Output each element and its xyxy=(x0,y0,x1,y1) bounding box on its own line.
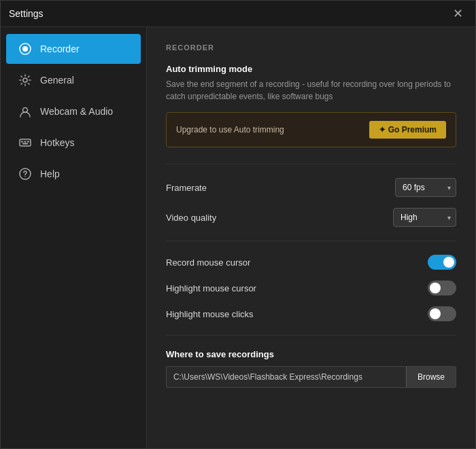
svg-rect-4 xyxy=(20,139,31,146)
sidebar-item-webcam-label: Webcam & Audio xyxy=(40,106,113,117)
sidebar-item-recorder[interactable]: Recorder xyxy=(6,34,141,64)
divider-1 xyxy=(166,164,456,164)
webcam-icon xyxy=(18,105,32,118)
save-path-label: Where to save recordings xyxy=(166,349,456,359)
highlight-cursor-row: Highlight mouse cursor xyxy=(166,281,456,295)
settings-window: Settings ✕ Recorder xyxy=(0,0,476,449)
framerate-select-wrapper: 30 fps 60 fps 120 fps ▾ xyxy=(395,178,456,197)
close-button[interactable]: ✕ xyxy=(449,6,467,21)
upgrade-banner: Upgrade to use Auto trimming ✦ Go Premiu… xyxy=(166,112,456,147)
divider-3 xyxy=(166,335,456,336)
sidebar-item-hotkeys-label: Hotkeys xyxy=(40,137,75,148)
section-title: RECORDER xyxy=(166,43,456,52)
video-quality-row: Video quality Low Medium High Very High … xyxy=(166,208,456,227)
record-cursor-row: Record mouse cursor xyxy=(166,255,456,270)
main-layout: Recorder General xyxy=(1,27,475,448)
save-path-input-row: Browse xyxy=(166,366,456,388)
video-quality-select-wrapper: Low Medium High Very High ▾ xyxy=(393,208,456,227)
upgrade-text: Upgrade to use Auto trimming xyxy=(176,125,284,134)
svg-rect-6 xyxy=(24,141,27,143)
sidebar-item-general-label: General xyxy=(40,75,74,86)
browse-button[interactable]: Browse xyxy=(406,366,456,388)
go-premium-button[interactable]: ✦ Go Premium xyxy=(369,121,446,139)
svg-rect-5 xyxy=(21,141,23,143)
svg-point-10 xyxy=(24,176,26,177)
save-path-input[interactable] xyxy=(166,366,406,388)
titlebar: Settings ✕ xyxy=(1,1,475,27)
svg-point-2 xyxy=(23,78,27,82)
general-icon xyxy=(18,73,32,87)
sidebar: Recorder General xyxy=(1,27,147,448)
framerate-select[interactable]: 30 fps 60 fps 120 fps xyxy=(395,178,456,197)
record-cursor-toggle[interactable] xyxy=(428,255,456,270)
content-panel: RECORDER Auto trimming mode Save the end… xyxy=(147,27,475,448)
auto-trimming-description: Save the end segment of a recording - us… xyxy=(166,78,456,103)
save-path-group: Where to save recordings Browse xyxy=(166,349,456,388)
framerate-row: Framerate 30 fps 60 fps 120 fps ▾ xyxy=(166,178,456,197)
highlight-clicks-row: Highlight mouse clicks xyxy=(166,306,456,321)
record-cursor-label: Record mouse cursor xyxy=(166,257,250,268)
hotkeys-icon xyxy=(18,136,32,149)
highlight-cursor-slider xyxy=(428,281,456,295)
sidebar-item-help-label: Help xyxy=(40,168,60,179)
divider-2 xyxy=(166,240,456,241)
sidebar-item-webcam-audio[interactable]: Webcam & Audio xyxy=(6,96,141,126)
sidebar-item-general[interactable]: General xyxy=(6,65,141,95)
sidebar-item-recorder-label: Recorder xyxy=(40,43,80,54)
highlight-cursor-label: Highlight mouse cursor xyxy=(166,283,256,293)
auto-trimming-group: Auto trimming mode Save the end segment … xyxy=(166,64,456,147)
record-cursor-slider xyxy=(428,255,456,270)
recorder-icon xyxy=(18,42,32,56)
video-quality-label: Video quality xyxy=(166,213,216,223)
framerate-label: Framerate xyxy=(166,183,207,193)
video-quality-select[interactable]: Low Medium High Very High xyxy=(393,208,456,227)
svg-point-1 xyxy=(22,46,28,52)
svg-rect-8 xyxy=(22,143,28,145)
help-icon xyxy=(18,167,32,181)
highlight-clicks-slider xyxy=(428,306,456,321)
highlight-clicks-label: Highlight mouse clicks xyxy=(166,309,254,319)
sidebar-item-hotkeys[interactable]: Hotkeys xyxy=(6,128,141,158)
auto-trimming-label: Auto trimming mode xyxy=(166,64,456,74)
highlight-cursor-toggle[interactable] xyxy=(428,281,456,295)
sidebar-item-help[interactable]: Help xyxy=(6,159,141,189)
window-title: Settings xyxy=(9,8,44,19)
highlight-clicks-toggle[interactable] xyxy=(428,306,456,321)
svg-rect-7 xyxy=(27,141,29,143)
